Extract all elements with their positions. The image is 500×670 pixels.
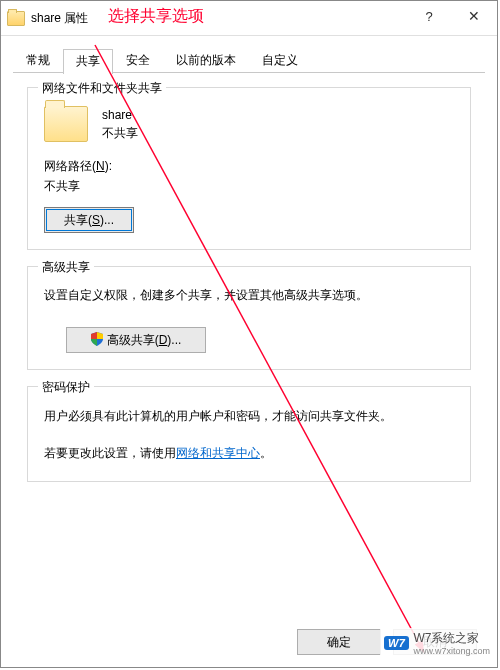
properties-dialog: share 属性 ? ✕ 常规 共享 安全 以前的版本 自定义 网络文件和文件夹…	[0, 0, 498, 668]
folder-icon	[7, 11, 25, 26]
group-network-share-legend: 网络文件和文件夹共享	[38, 80, 166, 97]
tab-strip: 常规 共享 安全 以前的版本 自定义	[13, 48, 485, 73]
titlebar: share 属性 ? ✕	[1, 1, 497, 36]
share-name: share	[102, 106, 138, 124]
watermark-text: W7系统之家	[413, 631, 479, 645]
group-network-share: 网络文件和文件夹共享 share 不共享 网络路径(N): 不共享 共享(S).…	[27, 87, 471, 250]
advanced-share-button[interactable]: 高级共享(D)...	[66, 327, 206, 353]
ok-button[interactable]: 确定	[297, 629, 381, 655]
group-password: 密码保护 用户必须具有此计算机的用户帐户和密码，才能访问共享文件夹。 若要更改此…	[27, 386, 471, 482]
share-button[interactable]: 共享(S)...	[44, 207, 134, 233]
tab-sharing[interactable]: 共享	[63, 49, 113, 74]
group-advanced-share: 高级共享 设置自定义权限，创建多个共享，并设置其他高级共享选项。 高级共享(D)…	[27, 266, 471, 370]
group-password-legend: 密码保护	[38, 379, 94, 396]
tab-customize[interactable]: 自定义	[249, 48, 311, 73]
network-sharing-center-link[interactable]: 网络和共享中心	[176, 446, 260, 460]
help-button[interactable]: ?	[411, 1, 447, 31]
group-advanced-share-legend: 高级共享	[38, 259, 94, 276]
network-path-value: 不共享	[44, 176, 454, 196]
watermark-badge: W7	[384, 636, 410, 650]
tab-body: 网络文件和文件夹共享 share 不共享 网络路径(N): 不共享 共享(S).…	[13, 73, 485, 502]
tab-security[interactable]: 安全	[113, 48, 163, 73]
network-path-label: 网络路径(N):	[44, 156, 454, 176]
close-button[interactable]: ✕	[451, 1, 497, 31]
watermark-url: www.w7xitong.com	[413, 647, 490, 656]
tab-general[interactable]: 常规	[13, 48, 63, 73]
watermark: W7 W7系统之家 www.w7xitong.com	[380, 628, 494, 658]
password-line2-prefix: 若要更改此设置，请使用	[44, 446, 176, 460]
password-line1: 用户必须具有此计算机的用户帐户和密码，才能访问共享文件夹。	[44, 405, 454, 428]
share-folder-icon	[44, 106, 88, 142]
password-line2-suffix: 。	[260, 446, 272, 460]
share-status: 不共享	[102, 124, 138, 142]
advanced-share-desc: 设置自定义权限，创建多个共享，并设置其他高级共享选项。	[44, 285, 454, 305]
window-title: share 属性	[31, 10, 88, 27]
password-line2: 若要更改此设置，请使用网络和共享中心。	[44, 442, 454, 465]
uac-shield-icon	[91, 330, 103, 344]
tab-previous-versions[interactable]: 以前的版本	[163, 48, 249, 73]
